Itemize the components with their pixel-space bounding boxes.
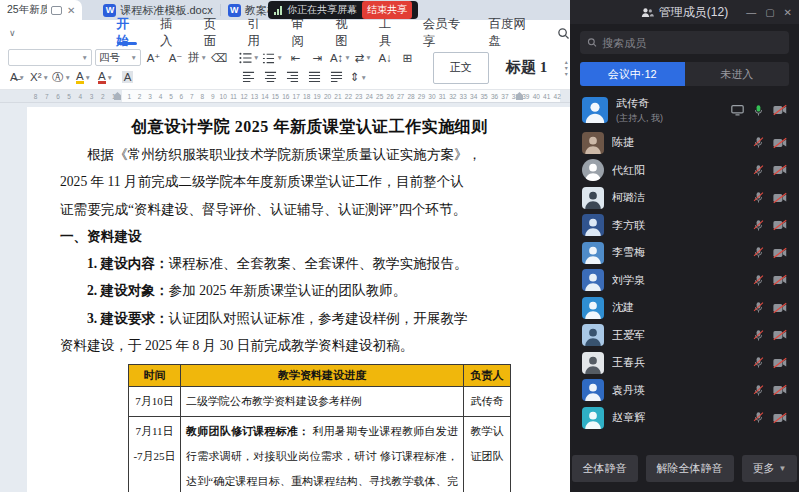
menu-item-插入[interactable]: 插入 — [149, 20, 193, 46]
cam-off-icon[interactable] — [773, 247, 787, 259]
mic-off-icon[interactable] — [753, 274, 764, 287]
mic-off-icon[interactable] — [753, 356, 764, 369]
font-family-select[interactable]: ▼ — [8, 49, 92, 66]
text-effects-button[interactable]: 拼▼ — [188, 48, 207, 67]
mic-off-icon[interactable] — [753, 246, 764, 259]
member-row-武传奇[interactable]: 武传奇(主持人, 我) — [570, 91, 799, 129]
member-row-柯璐洁[interactable]: 柯璐洁 — [570, 184, 799, 212]
clear-format-button[interactable]: ⌫ — [210, 48, 229, 67]
cam-off-icon[interactable] — [773, 412, 787, 424]
tab-current-document[interactable]: 25年新质课 ✕ — [0, 0, 82, 20]
borders-button[interactable]: ⊞ — [398, 48, 417, 67]
member-row-袁丹瑛[interactable]: 袁丹瑛 — [570, 377, 799, 405]
cam-off-icon[interactable] — [773, 104, 787, 116]
character-scale-button[interactable]: A↕▼ — [330, 48, 351, 67]
cam-off-icon[interactable] — [773, 274, 787, 286]
member-row-王爱军[interactable]: 王爱军 — [570, 322, 799, 350]
member-row-李雪梅[interactable]: 李雪梅 — [570, 239, 799, 267]
cam-off-icon[interactable] — [773, 384, 787, 396]
decrease-indent-button[interactable]: ⇤ — [286, 48, 305, 67]
screen-icon[interactable] — [731, 104, 744, 116]
end-share-button[interactable]: 结束共享 — [362, 1, 412, 19]
mic-on-icon[interactable] — [753, 104, 764, 117]
member-row-李方联[interactable]: 李方联 — [570, 212, 799, 240]
menu-item-视图[interactable]: 视图 — [324, 20, 368, 46]
mic-off-icon[interactable] — [753, 411, 764, 424]
align-left-button[interactable] — [239, 68, 258, 87]
unmute-all-button[interactable]: 解除全体静音 — [646, 455, 734, 482]
enclose-character-button[interactable]: Ⓐ▼ — [52, 68, 71, 87]
align-right-button[interactable] — [283, 68, 302, 87]
mute-all-button[interactable]: 全体静音 — [572, 455, 638, 482]
member-row-赵章辉[interactable]: 赵章辉 — [570, 404, 799, 432]
member-status-icons — [753, 274, 787, 287]
tab-not-joined[interactable]: 未进入 — [685, 62, 790, 86]
bullets-button[interactable]: ▼ — [239, 48, 259, 67]
cam-off-icon[interactable] — [773, 192, 787, 204]
cam-off-icon[interactable] — [773, 329, 787, 341]
style-gallery-scroll[interactable]: ▴▾▾ — [565, 59, 568, 77]
cam-off-icon[interactable] — [773, 302, 787, 314]
search-input[interactable] — [602, 37, 782, 49]
style-heading1[interactable]: 标题 1 — [495, 58, 559, 77]
cam-off-icon[interactable] — [773, 219, 787, 231]
style-normal[interactable]: 正文 — [433, 52, 489, 84]
member-row-代红阳[interactable]: 代红阳 — [570, 157, 799, 185]
member-avatar — [582, 269, 604, 291]
increase-indent-button[interactable]: ⇥ — [308, 48, 327, 67]
character-shading-button[interactable]: A — [118, 68, 137, 87]
justify-button[interactable] — [305, 68, 324, 87]
member-row-沈建[interactable]: 沈建 — [570, 294, 799, 322]
close-icon[interactable]: ✕ — [784, 7, 792, 18]
strikethrough-button[interactable]: A̶▼ — [8, 68, 27, 87]
collapse-ribbon-icon[interactable]: ∨ — [9, 28, 16, 38]
menu-item-页面[interactable]: 页面 — [193, 20, 237, 46]
increase-font-button[interactable]: A⁺ — [144, 48, 163, 67]
mic-off-icon[interactable] — [753, 384, 764, 397]
member-row-刘学泉[interactable]: 刘学泉 — [570, 267, 799, 295]
menu-item-工具[interactable]: 工具 — [368, 20, 412, 46]
member-row-王春兵[interactable]: 王春兵 — [570, 349, 799, 377]
tab-course-standard-template[interactable]: W 课程标准模板.docx — [96, 0, 219, 20]
align-center-button[interactable] — [261, 68, 280, 87]
cam-off-icon[interactable] — [773, 137, 787, 149]
cam-off-icon[interactable] — [773, 357, 787, 369]
superscript-button[interactable]: X²▼ — [30, 68, 49, 87]
mic-off-icon[interactable] — [753, 219, 764, 232]
decrease-font-button[interactable]: A⁻ — [166, 48, 185, 67]
more-button[interactable]: 更多▼ — [742, 455, 798, 482]
menu-search-icon[interactable] — [557, 27, 570, 40]
menu-item-百度网盘[interactable]: 百度网盘 — [477, 20, 543, 46]
font-size-select[interactable]: 四号▼ — [95, 49, 141, 66]
font-color-button[interactable]: A▼ — [96, 68, 115, 87]
mic-off-icon[interactable] — [753, 164, 764, 177]
cam-off-icon[interactable] — [773, 164, 787, 176]
tab-in-meeting[interactable]: 会议中·12 — [580, 62, 685, 86]
menu-item-引用[interactable]: 引用 — [237, 20, 281, 46]
menu-item-开始[interactable]: 开始 — [105, 20, 149, 46]
numbering-button[interactable]: ▼ — [262, 48, 282, 67]
maximize-icon[interactable]: ▢ — [765, 7, 774, 18]
line-spacing-button[interactable]: ⇕▼ — [349, 68, 368, 87]
member-search-box[interactable] — [580, 31, 789, 54]
member-row-陈捷[interactable]: 陈捷 — [570, 129, 799, 157]
document-page[interactable]: 创意设计学院 2025 年新质课堂认证工作实施细则 根据《常州纺织服装职业技术学… — [27, 107, 570, 492]
ruler-number: 5 — [64, 93, 75, 100]
mic-off-icon[interactable] — [753, 136, 764, 149]
mic-off-icon[interactable] — [753, 191, 764, 204]
close-tab-icon[interactable]: ✕ — [67, 5, 75, 16]
menu-item-会员专享[interactable]: 会员专享 — [412, 20, 478, 46]
distribute-button[interactable] — [327, 68, 346, 87]
mic-off-icon[interactable] — [753, 301, 764, 314]
ruler-margin-numbers: 87654321 — [30, 90, 120, 102]
text-direction-button[interactable]: ⇄▼ — [354, 48, 373, 67]
minimize-icon[interactable]: — — [746, 7, 756, 18]
tab-gap — [82, 0, 96, 20]
horizontal-ruler[interactable]: 87654321 1234567891011121314151617181920… — [0, 90, 570, 103]
member-info: 王爱军 — [612, 328, 745, 343]
sort-button[interactable]: A↓ — [376, 48, 395, 67]
member-status-icons — [731, 104, 787, 117]
mic-off-icon[interactable] — [753, 329, 764, 342]
highlight-color-button[interactable]: A▼ — [74, 68, 93, 87]
menu-item-审阅[interactable]: 审阅 — [280, 20, 324, 46]
